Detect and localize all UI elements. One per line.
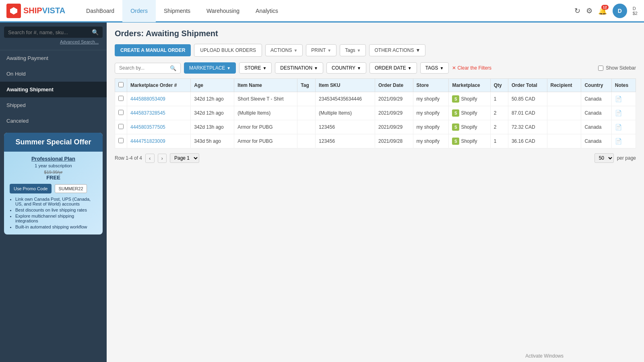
order-link-1[interactable]: 4445837328545: [130, 110, 165, 116]
print-label: PRINT: [311, 47, 326, 53]
header-store: Store: [413, 79, 449, 92]
tags-filter-label: TAGS: [425, 65, 438, 71]
order-date-filter[interactable]: ORDER DATE ▼: [369, 62, 417, 74]
sidebar-item-awaiting-payment[interactable]: Awaiting Payment: [0, 50, 107, 66]
next-page-button[interactable]: ›: [158, 154, 167, 163]
row-checkbox-cell[interactable]: [115, 92, 127, 106]
promo-feature-4: Built-in automated shipping workflow: [15, 224, 97, 229]
header-order-date: Order Date: [375, 79, 413, 92]
shopify-icon-1: S: [452, 109, 459, 117]
header-age: Age: [191, 79, 234, 92]
row-checkbox-0[interactable]: [118, 96, 124, 101]
per-page-select[interactable]: 50: [594, 153, 614, 163]
cell-order-total-1: 87.01 CAD: [508, 106, 547, 120]
cell-notes-3[interactable]: 📄: [611, 134, 636, 148]
cell-recipient-0: [547, 92, 581, 106]
row-info: Row 1-4 of 4: [115, 155, 142, 161]
order-date-filter-caret: ▼: [408, 66, 412, 70]
cell-qty-3: 1: [490, 134, 508, 148]
nav-dashboard[interactable]: DashBoard: [78, 0, 122, 23]
filter-bar: 🔍 MARKETPLACE ▼ STORE ▼ DESTINATION ▼ CO…: [115, 62, 636, 74]
marketplace-filter[interactable]: MARKETPLACE ▼: [184, 62, 236, 74]
upload-bulk-orders-button[interactable]: UPLOAD BULK ORDERS: [194, 44, 262, 57]
select-all-checkbox[interactable]: [118, 82, 124, 87]
print-dropdown[interactable]: PRINT ▼: [306, 44, 336, 56]
clear-filters-label: Clear the Filters: [457, 65, 491, 71]
row-checkbox-cell[interactable]: [115, 134, 127, 148]
tags-dropdown[interactable]: Tags ▼: [340, 44, 366, 56]
sidebar-item-awaiting-shipment[interactable]: Awaiting Shipment: [0, 82, 107, 97]
cell-order-date-0: 2021/09/29: [375, 92, 413, 106]
filter-search-input[interactable]: [119, 65, 167, 71]
cell-marketplace-0: S Shopify: [449, 92, 490, 106]
marketplace-filter-label: MARKETPLACE: [189, 65, 225, 71]
logo-vista-text: VISTA: [42, 6, 65, 15]
notification-badge: 12: [601, 5, 609, 10]
nav-orders[interactable]: Orders: [122, 0, 156, 23]
header-order-total: Order Total: [508, 79, 547, 92]
cell-notes-2[interactable]: 📄: [611, 120, 636, 134]
cell-order-num-0: 4445888053409: [127, 92, 191, 106]
cell-country-3: Canada: [581, 134, 611, 148]
sidebar-item-on-hold[interactable]: On Hold: [0, 66, 107, 82]
destination-filter[interactable]: DESTINATION ▼: [275, 62, 323, 74]
cell-item-name-2: Armor for PUBG: [234, 120, 297, 134]
search-icon[interactable]: 🔍: [92, 29, 99, 35]
row-checkbox-1[interactable]: [118, 110, 124, 115]
table-row: 4444751823009 343d 5h ago Armor for PUBG…: [115, 134, 636, 148]
sidebar-item-shipped[interactable]: Shipped: [0, 97, 107, 113]
header-item-name: Item Name: [234, 79, 297, 92]
cell-qty-2: 2: [490, 120, 508, 134]
use-promo-button[interactable]: Use Promo Code: [10, 184, 52, 193]
cell-item-name-0: Short Sleeve T - Shirt: [234, 92, 297, 106]
page-select[interactable]: Page 1: [170, 153, 199, 163]
row-checkbox-3[interactable]: [118, 138, 124, 143]
nav-shipments[interactable]: Shipments: [156, 0, 198, 23]
create-manual-order-button[interactable]: CREATE A MANUAL ORDER: [115, 44, 191, 56]
tags-filter[interactable]: TAGS ▼: [420, 62, 449, 74]
tags-caret: ▼: [357, 48, 361, 53]
logo[interactable]: SHIP VISTA: [6, 4, 65, 18]
filter-search-icon[interactable]: 🔍: [170, 65, 176, 71]
promo-title: Summer Special Offer: [10, 138, 97, 147]
notes-icon-2[interactable]: 📄: [615, 124, 622, 130]
prev-page-button[interactable]: ‹: [145, 154, 154, 163]
nav-warehousing[interactable]: Warehousing: [198, 0, 248, 23]
clear-filters-button[interactable]: ✕ Clear the Filters: [452, 65, 491, 71]
print-caret: ▼: [327, 48, 331, 53]
user-avatar[interactable]: D: [613, 4, 627, 18]
actions-label: ACTIONS: [270, 47, 292, 53]
other-actions-dropdown[interactable]: OTHER ACTIONS ▼: [369, 44, 425, 56]
notifications-button[interactable]: 🔔 12: [598, 6, 607, 15]
marketplace-logo-2: S Shopify: [452, 123, 477, 131]
order-link-0[interactable]: 4445888053409: [130, 96, 165, 102]
show-sidebar-checkbox[interactable]: [598, 66, 603, 71]
country-filter[interactable]: COUNTRY ▼: [326, 62, 366, 74]
table-row: 4445888053409 342d 12h ago Short Sleeve …: [115, 92, 636, 106]
order-link-3[interactable]: 4444751823009: [130, 138, 165, 144]
refresh-button[interactable]: ↻: [574, 6, 580, 15]
sidebar-item-canceled[interactable]: Canceled: [0, 113, 107, 129]
notes-icon-3[interactable]: 📄: [615, 138, 622, 144]
cell-item-sku-1: (Multiple Items): [316, 106, 375, 120]
table-row: 4445837328545 342d 12h ago (Multiple Ite…: [115, 106, 636, 120]
cell-order-num-1: 4445837328545: [127, 106, 191, 120]
actions-dropdown[interactable]: ACTIONS ▼: [265, 44, 303, 56]
row-checkbox-cell[interactable]: [115, 120, 127, 134]
store-filter[interactable]: STORE ▼: [239, 62, 272, 74]
notes-icon-1[interactable]: 📄: [615, 110, 622, 116]
row-checkbox-cell[interactable]: [115, 106, 127, 120]
shopify-icon-2: S: [452, 123, 459, 131]
order-link-2[interactable]: 4445803577505: [130, 124, 165, 130]
nav-analytics[interactable]: Analytics: [248, 0, 286, 23]
show-sidebar-label: Show Sidebar: [606, 65, 636, 71]
advanced-search-link[interactable]: Advanced Search...: [4, 38, 103, 47]
cell-notes-1[interactable]: 📄: [611, 106, 636, 120]
cell-notes-0[interactable]: 📄: [611, 92, 636, 106]
cell-tag-2: [297, 120, 316, 134]
search-input[interactable]: [8, 29, 89, 35]
row-checkbox-2[interactable]: [118, 124, 124, 129]
header-select-all[interactable]: [115, 79, 127, 92]
notes-icon-0[interactable]: 📄: [615, 96, 622, 102]
settings-button[interactable]: ⚙: [586, 6, 592, 15]
